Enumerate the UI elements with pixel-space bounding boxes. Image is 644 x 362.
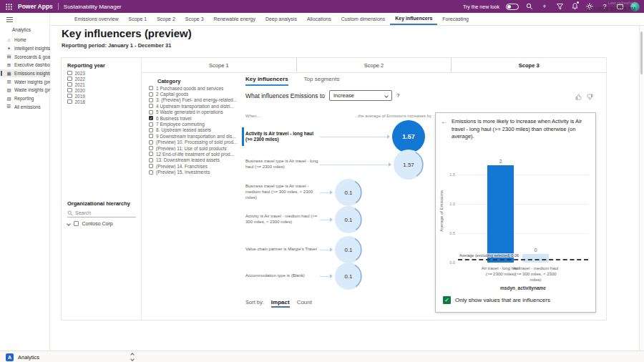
influencer-text[interactable]: Business travel type is Air travel - med… (245, 183, 318, 202)
influencer-value-bubble[interactable]: 0.1 (335, 206, 362, 233)
sidebar-item-executive-dashboard[interactable]: ⊞Executive dashboard (0, 61, 50, 69)
category-option-preview-10-processing-of-sold-[interactable]: (Preview) 10. Processing of sold prod... (149, 140, 242, 145)
notifications-bell-icon[interactable] (570, 2, 579, 11)
category-option-preview-15-investments[interactable]: (Preview) 15. Investments (149, 169, 242, 175)
chart-bar[interactable] (487, 165, 514, 263)
sidebar-item-scorecards-goals[interactable]: ▤Scorecards & goals (0, 52, 50, 61)
year-option-2021[interactable]: 2021 (67, 82, 85, 87)
tab-custom-dimensions[interactable]: Custom dimensions (336, 13, 390, 25)
category-checkbox[interactable] (149, 152, 153, 156)
environment-switcher-icon[interactable] (131, 353, 134, 361)
scope-tab-scope-3[interactable]: Scope 3 (451, 58, 606, 72)
sidebar-item-home[interactable]: ⌂Home (0, 36, 50, 44)
category-checkbox[interactable] (149, 134, 153, 138)
category-option-preview-14-franchises[interactable]: (Preview) 14. Franchises (149, 163, 242, 169)
search-icon[interactable] (525, 2, 534, 11)
tab-emissions-overview[interactable]: Emissions overview (69, 13, 123, 25)
org-tree-row[interactable]: Contoso Corp (67, 221, 113, 226)
visual-tab-top-segments[interactable]: Top segments (304, 76, 340, 86)
org-search-input[interactable] (75, 210, 129, 215)
tree-chevron-icon[interactable] (67, 222, 71, 226)
influencer-text[interactable]: Business travel type is Air travel - lon… (245, 155, 318, 174)
year-checkbox[interactable] (67, 71, 72, 76)
tab-deep-analysis[interactable]: Deep analysis (260, 13, 302, 25)
nav-collapse-icon[interactable] (6, 17, 13, 24)
category-option-13-downstream-leased-assets[interactable]: 13. Downstream leased assets (149, 157, 242, 163)
category-option-5-waste-generated-in-operation[interactable]: 5 Waste generated in operations (149, 109, 242, 115)
category-option-preview-11-use-of-sold-product[interactable]: (Preview) 11: Use of sold products (149, 145, 242, 151)
category-checkbox[interactable] (149, 158, 153, 162)
category-option-7-employee-commuting[interactable]: 7 Employee commuting (149, 121, 242, 127)
sidebar-item-water-insights-previ[interactable]: ▥Water insights (previ... (0, 77, 50, 86)
metric-direction-dropdown[interactable]: Increase (329, 90, 392, 101)
sidebar-item-intelligent-insights-p[interactable]: ✦Intelligent insights (p... (0, 44, 50, 53)
category-option-9-downstream-transportation-an[interactable]: 9 Downstream transportation and dis... (149, 133, 242, 139)
category-checkbox[interactable] (149, 98, 153, 102)
tab-renewable-energy[interactable]: Renewable energy (209, 13, 260, 25)
thumbs-down-icon[interactable] (587, 94, 593, 100)
category-checkbox[interactable]: ✓ (149, 116, 153, 120)
scope-tab-scope-2[interactable]: Scope 2 (296, 58, 452, 72)
year-option-2019[interactable]: 2019 (67, 93, 85, 99)
year-option-2020[interactable]: 2020 (67, 87, 85, 93)
year-option-2022[interactable]: 2022 (67, 76, 85, 82)
scope-tab-scope-1[interactable]: Scope 1 (142, 58, 296, 72)
category-option-1-purchased-goods-and-services[interactable]: 1 Purchased goods and services (149, 85, 242, 91)
waffle-icon[interactable] (4, 2, 13, 11)
thumbs-up-icon[interactable] (575, 94, 582, 100)
visual-tab-key-influencers[interactable]: Key influencers (245, 76, 288, 86)
influencer-value-bubble[interactable]: 0.1 (335, 236, 362, 263)
category-checkbox[interactable] (149, 140, 153, 145)
influencer-text[interactable]: Value chain partner is Margie's Travel (245, 240, 318, 259)
category-checkbox[interactable] (149, 104, 153, 108)
year-checkbox[interactable] (67, 94, 72, 99)
sidebar-item-all-emissions[interactable]: ☰All emissions (0, 103, 50, 112)
back-arrow-icon[interactable]: ← (441, 117, 448, 125)
category-option-6-business-travel[interactable]: ✓6 Business travel (149, 115, 242, 121)
category-checkbox[interactable] (149, 110, 153, 114)
category-checkbox[interactable] (149, 170, 153, 175)
year-checkbox[interactable] (67, 82, 72, 87)
category-checkbox[interactable] (149, 92, 153, 97)
only-influencers-checkbox[interactable]: ✓ Only show values that are influencers (443, 296, 550, 304)
year-checkbox[interactable] (67, 88, 72, 93)
category-option-4-upstream-transportation-and-[interactable]: 4 Upstream transportation and distri... (149, 103, 242, 109)
sort-option-impact[interactable]: Impact (271, 299, 290, 308)
sidebar-item-emissions-insights[interactable]: ▦Emissions insights (0, 69, 50, 78)
category-option-2-capital-goods[interactable]: 2 Capital goods (149, 91, 242, 97)
year-option-2018[interactable]: 2018 (67, 99, 85, 104)
category-checkbox[interactable] (149, 128, 153, 132)
vertical-scrollbar[interactable] (639, 26, 643, 351)
org-root-checkbox[interactable] (74, 221, 79, 226)
chart-bar[interactable] (522, 254, 549, 263)
influencer-text[interactable]: Activity is Air travel - medium haul (>=… (245, 210, 318, 229)
scrollbar-thumb[interactable] (640, 31, 643, 74)
year-checkbox[interactable] (67, 77, 72, 82)
tab-scope-3[interactable]: Scope 3 (180, 13, 209, 25)
category-checkbox[interactable] (149, 122, 153, 127)
year-option-2023[interactable]: 2023 (67, 70, 85, 76)
sidebar-item-waste-insights-previ[interactable]: ▨Waste insights (previ... (0, 86, 50, 94)
influencer-text[interactable]: Accommodation type is (Blank) (245, 267, 318, 285)
help-question-mark[interactable]: ? (396, 92, 399, 99)
sidebar-item-reporting[interactable]: ▧Reporting (0, 94, 50, 103)
category-checkbox[interactable] (149, 146, 153, 150)
influencer-text[interactable]: Activity is Air travel - long haul (>= 2… (245, 127, 318, 146)
tab-allocations[interactable]: Allocations (302, 13, 336, 25)
influencer-value-bubble[interactable]: 1.57 (394, 150, 424, 180)
influencer-value-bubble[interactable]: 0.1 (335, 263, 362, 290)
tab-forecasting[interactable]: Forecasting (437, 13, 474, 25)
sort-option-count[interactable]: Count (297, 299, 312, 308)
category-option-12-end-of-life-treatment-of-so[interactable]: 12 End-of-life treatment of sold prod... (149, 151, 242, 157)
new-look-toggle[interactable] (506, 4, 519, 10)
app-name[interactable]: Power Apps (18, 3, 53, 10)
category-option-8-upstream-leased-assets[interactable]: 8. Upstream leased assets (149, 127, 242, 133)
tab-key-influencers[interactable]: Key influencers (390, 13, 437, 25)
category-option-3-preview-fuel-and-energy-rela[interactable]: 3. (Preview) Fuel- and energy-related... (149, 97, 242, 103)
category-checkbox[interactable] (149, 164, 153, 168)
filter-icon[interactable] (555, 2, 564, 11)
year-checkbox[interactable] (67, 99, 72, 104)
category-checkbox[interactable] (149, 86, 153, 90)
influencer-value-bubble[interactable]: 1.57 (392, 120, 425, 153)
tab-scope-1[interactable]: Scope 1 (123, 13, 152, 25)
